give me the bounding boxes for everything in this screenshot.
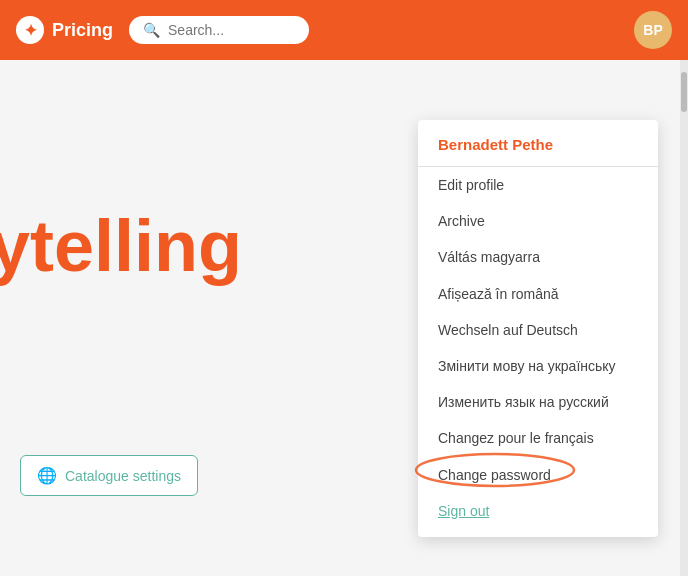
scrollbar[interactable] <box>680 60 688 576</box>
menu-item-switch-romanian[interactable]: Afișează în română <box>418 276 658 312</box>
menu-item-archive[interactable]: Archive <box>418 203 658 239</box>
menu-item-switch-german[interactable]: Wechseln auf Deutsch <box>418 312 658 348</box>
logo-label: Pricing <box>52 20 113 41</box>
change-password-wrapper: Change password <box>418 457 658 493</box>
scrollbar-thumb[interactable] <box>681 72 687 112</box>
star-icon: ✦ <box>24 21 37 40</box>
menu-item-change-password[interactable]: Change password <box>418 457 658 493</box>
logo-icon: ✦ <box>16 16 44 44</box>
menu-item-switch-ukrainian[interactable]: Змінити мову на українську <box>418 348 658 384</box>
search-input[interactable] <box>168 22 288 38</box>
menu-item-edit-profile[interactable]: Edit profile <box>418 167 658 203</box>
search-icon: 🔍 <box>143 22 160 38</box>
catalogue-settings-button[interactable]: 🌐 Catalogue settings <box>20 455 198 496</box>
menu-item-switch-russian[interactable]: Изменить язык на русский <box>418 384 658 420</box>
big-text: ytelling <box>0 210 242 282</box>
globe-icon: 🌐 <box>37 466 57 485</box>
menu-item-switch-french[interactable]: Changez pour le français <box>418 420 658 456</box>
dropdown-menu: Bernadett Pethe Edit profile Archive Vál… <box>418 120 658 537</box>
avatar[interactable]: BP <box>634 11 672 49</box>
search-bar[interactable]: 🔍 <box>129 16 309 44</box>
menu-item-sign-out[interactable]: Sign out <box>418 493 658 529</box>
dropdown-username: Bernadett Pethe <box>438 136 553 153</box>
logo[interactable]: ✦ Pricing <box>16 16 113 44</box>
main-content: ytelling 🌐 Catalogue settings Bernadett … <box>0 60 688 576</box>
menu-item-switch-hungarian[interactable]: Váltás magyarra <box>418 239 658 275</box>
header: ✦ Pricing 🔍 BP <box>0 0 688 60</box>
catalogue-button-label: Catalogue settings <box>65 468 181 484</box>
avatar-initials: BP <box>643 22 662 38</box>
dropdown-header: Bernadett Pethe <box>418 120 658 167</box>
